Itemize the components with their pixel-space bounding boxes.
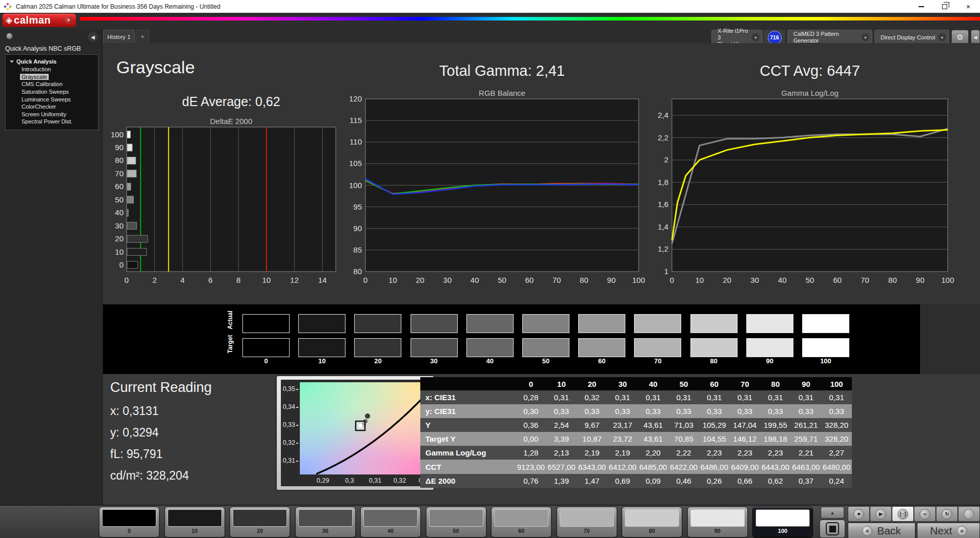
blackbody-locus-curve (316, 394, 427, 474)
calman-logo-text: calman (14, 14, 51, 26)
pattern-window-up-button[interactable]: ▲ (821, 507, 844, 519)
pattern-level-button-70[interactable]: 70 (557, 507, 617, 537)
table-cell: 43,61 (638, 432, 669, 446)
table-cell: 259,71 (791, 432, 822, 446)
close-button[interactable]: × (956, 0, 980, 13)
sidebar-item-screen-uniformity[interactable]: Screen Uniformity (6, 111, 98, 118)
pattern-window-mode-button[interactable] (820, 520, 845, 538)
calman-window: Calman 2025 Calman Ultimate for Business… (0, 0, 980, 538)
cie-y-tick: 0,32 (281, 439, 298, 446)
table-column-header: 90 (791, 377, 822, 390)
cie-x-tick: 0,31 (365, 477, 385, 484)
table-cell: 0,66 (729, 474, 760, 488)
table-cell: 2,27 (821, 446, 852, 460)
table-cell: 2,20 (638, 446, 669, 460)
current-reading-y: y: 0,3294 (110, 426, 159, 440)
table-cell: 147,04 (729, 418, 760, 432)
table-cell: 0,26 (699, 474, 730, 488)
sidebar-item-saturation-sweeps[interactable]: Saturation Sweeps (6, 88, 98, 96)
pattern-level-button-40[interactable]: 40 (360, 507, 421, 537)
table-cell: 0,33 (760, 404, 791, 418)
tab-history-1[interactable]: History 1 (103, 30, 135, 43)
table-cell: 2,23 (760, 446, 791, 460)
sidebar-collapse-button[interactable]: ◀ (88, 32, 98, 42)
table-cell: 0,62 (760, 474, 791, 488)
actual-swatch-80 (690, 314, 738, 333)
table-cell: 104,55 (699, 432, 730, 446)
chevron-down-icon: ▼ (751, 33, 760, 42)
sidebar-item-cms-calibration[interactable]: CMS Calibration (6, 80, 98, 88)
sidebar-item-spectral-power-dist[interactable]: Spectral Power Dist. (6, 118, 98, 126)
single-measure-button[interactable]: [··] (892, 506, 914, 522)
next-chevron-icon: » (957, 526, 967, 536)
pattern-level-button-50[interactable]: 50 (426, 507, 486, 537)
calman-diamond-icon: ◈ (6, 15, 12, 26)
header-strip: ◈ calman ▼ (0, 13, 980, 29)
pattern-level-button-20[interactable]: 20 (230, 507, 290, 537)
refresh-button[interactable]: ↻ (936, 506, 958, 522)
table-cell: 0,76 (516, 474, 546, 488)
table-cell: 0,33 (638, 404, 669, 418)
up-arrow-icon: ▲ (830, 510, 835, 515)
sidebar-item-colorchecker[interactable]: ColorChecker (6, 103, 98, 111)
pattern-generator-label: CalMED 3 Pattern Generator (793, 31, 862, 44)
swatch-level-label: 0 (242, 357, 290, 365)
table-cell: 0,33 (791, 404, 822, 418)
table-column-header: 100 (821, 377, 852, 390)
table-cell: 0,30 (516, 404, 546, 418)
charts-panel (103, 43, 980, 304)
pattern-level-button-60[interactable]: 60 (491, 507, 552, 537)
target-swatch-40 (466, 338, 514, 357)
table-cell: 6409,00 (729, 460, 760, 473)
extra-icon (964, 509, 974, 520)
current-reading-x: x: 0,3131 (110, 404, 159, 418)
minimize-button[interactable] (909, 0, 933, 13)
target-swatch-0 (242, 338, 290, 357)
table-cell: 0,31 (791, 390, 822, 404)
table-cell: 0,24 (821, 474, 852, 488)
back-button[interactable]: « Back (848, 523, 915, 538)
table-cell: 6343,00 (577, 460, 607, 473)
continuous-measure-button[interactable]: ∞ (914, 506, 936, 522)
stop-button[interactable]: ■ (848, 506, 870, 522)
pattern-level-button-80[interactable]: 80 (622, 507, 682, 537)
table-cell: 6412,00 (607, 460, 638, 473)
table-column-header: 20 (577, 377, 607, 390)
pattern-level-button-0[interactable]: 0 (99, 507, 159, 537)
calman-menu-button[interactable]: ◈ calman ▼ (2, 13, 76, 27)
play-button[interactable]: ▶ (870, 506, 892, 522)
sidebar-item-grayscale[interactable]: Grayscale (6, 73, 98, 81)
extra-button[interactable] (958, 506, 980, 522)
table-cell: 9,67 (577, 418, 607, 432)
pattern-level-button-90[interactable]: 90 (687, 507, 748, 537)
restore-icon (942, 4, 947, 9)
table-cell: 0,31 (699, 390, 730, 404)
table-cell: 6443,00 (760, 460, 791, 473)
table-cell: 0,31 (607, 390, 638, 404)
sidebar-item-luminance-sweeps[interactable]: Luminance Sweeps (6, 95, 98, 103)
restore-button[interactable] (933, 0, 956, 13)
single-measure-icon: [··] (897, 509, 908, 520)
table-column-header: 50 (668, 377, 699, 390)
table-column-header: 60 (699, 377, 730, 390)
de-average-summary: dE Average: 0,62 (127, 94, 336, 109)
sidebar-item-introduction[interactable]: Introduction (6, 66, 98, 73)
target-swatch-50 (522, 338, 569, 357)
pattern-level-button-10[interactable]: 10 (165, 507, 225, 537)
sidebar-pin-button[interactable] (6, 33, 13, 39)
next-button[interactable]: Next » (917, 523, 980, 538)
table-column-header: 30 (607, 377, 638, 390)
pattern-level-button-100[interactable]: 100 (752, 507, 813, 537)
pattern-level-button-30[interactable]: 30 (295, 507, 356, 537)
actual-swatch-70 (634, 314, 681, 333)
back-chevron-icon: « (862, 526, 872, 536)
continuous-measure-icon: ∞ (920, 509, 930, 520)
target-swatch-100 (802, 338, 849, 357)
table-cell: 0,31 (638, 390, 669, 404)
gear-icon: ⚙ (956, 33, 963, 42)
actual-swatch-40 (466, 314, 514, 333)
tab-add[interactable]: + (136, 30, 149, 43)
table-cell: 43,61 (638, 418, 669, 432)
tree-root-quick-analysis[interactable]: Quick Analysis (6, 57, 98, 66)
table-cell: 23,17 (607, 418, 638, 432)
